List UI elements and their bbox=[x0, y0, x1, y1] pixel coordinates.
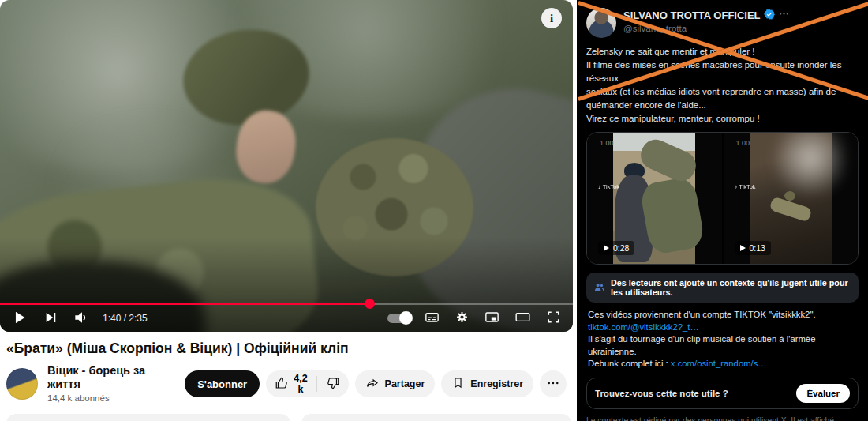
like-button[interactable]: 4,2 k bbox=[266, 370, 316, 397]
video-player[interactable]: i 1:40 / 2:35 bbox=[0, 0, 573, 332]
playback-speed-label: 1.00 bbox=[736, 139, 750, 147]
verified-badge-icon bbox=[764, 9, 775, 22]
subscribe-button[interactable]: S'abonner bbox=[185, 370, 260, 397]
settings-button[interactable] bbox=[453, 308, 471, 329]
note-disclaimer: Le contexte est rédigé par des personnes… bbox=[586, 415, 859, 421]
time-display: 1:40 / 2:35 bbox=[103, 313, 148, 324]
debunk-link[interactable]: x.com/osint_random/s… bbox=[671, 359, 767, 368]
youtube-panel: i 1:40 / 2:35 bbox=[0, 0, 573, 421]
subtitles-icon bbox=[422, 307, 442, 329]
fullscreen-icon bbox=[544, 307, 563, 329]
thumb-down-icon bbox=[326, 376, 340, 393]
tweet-media-card: 1.00 ♪ TikTok 0:28 1.00 ♪ TikTok 0:13 bbox=[586, 132, 859, 265]
play-icon bbox=[9, 307, 30, 330]
like-dislike-bar: 4,2 k bbox=[266, 370, 348, 397]
community-note-body: Ces vidéos proviennent d'un compte TIKTO… bbox=[586, 303, 859, 375]
channel-row: Віцик - борець за життя 14,4 k abonnés S… bbox=[6, 364, 567, 404]
like-count: 4,2 k bbox=[294, 373, 308, 395]
video-title: «Брати» (Міша Скорпіон & Віцик) | Офіцій… bbox=[6, 340, 573, 357]
play-icon bbox=[604, 245, 609, 251]
theater-icon bbox=[513, 307, 533, 329]
note-rate-row: Trouvez-vous cette note utile ? Évaluer bbox=[586, 378, 859, 409]
thumb-up-icon bbox=[275, 376, 289, 393]
tiktok-watermark: ♪ TikTok bbox=[598, 183, 619, 190]
more-dots-icon bbox=[778, 9, 790, 22]
miniplayer-button[interactable] bbox=[482, 307, 502, 329]
tweet-author[interactable]: SILVANO TROTTA OFFICIEL bbox=[623, 9, 761, 21]
tweet-text: Zelensky ne sait que mentir et manipuler… bbox=[586, 45, 859, 126]
volume-icon bbox=[71, 308, 90, 329]
playback-speed-label: 1.00 bbox=[600, 139, 614, 147]
subtitles-button[interactable] bbox=[422, 307, 442, 329]
tweet-header: SILVANO TROTTA OFFICIEL @silvano_trotta bbox=[586, 8, 859, 38]
tweet-more-button[interactable] bbox=[778, 8, 790, 22]
community-note-header: Des lecteurs ont ajouté un contexte qu'i… bbox=[586, 273, 859, 303]
miniplayer-icon bbox=[482, 307, 502, 329]
volume-button[interactable] bbox=[71, 308, 90, 329]
save-button[interactable]: Enregistrer bbox=[441, 370, 533, 397]
screenshot-root: i 1:40 / 2:35 bbox=[0, 0, 868, 421]
video-actions: 4,2 k Partager Enregistrer bbox=[266, 370, 567, 397]
play-button[interactable] bbox=[9, 307, 30, 330]
play-icon bbox=[740, 245, 746, 251]
next-button[interactable] bbox=[41, 308, 60, 329]
video-duration-badge: 0:28 bbox=[598, 241, 634, 255]
channel-avatar[interactable] bbox=[6, 368, 38, 400]
note-rate-question: Trouvez-vous cette note utile ? bbox=[595, 389, 728, 398]
video-thumbnail-1[interactable]: 1.00 ♪ TikTok 0:28 bbox=[587, 133, 722, 264]
more-dots-icon bbox=[546, 376, 560, 393]
video-duration-badge: 0:13 bbox=[735, 241, 771, 255]
rate-note-button[interactable]: Évaluer bbox=[796, 384, 850, 403]
info-icon[interactable]: i bbox=[541, 8, 562, 28]
tweet-panel: SILVANO TROTTA OFFICIEL @silvano_trotta … bbox=[577, 0, 868, 421]
share-arrow-icon bbox=[365, 376, 380, 393]
readers-icon bbox=[593, 281, 605, 295]
channel-name[interactable]: Віцик - борець за життя bbox=[47, 364, 169, 392]
description-box[interactable]: 44 k vues il y a 8 jours #віцик #війна #… bbox=[6, 414, 290, 421]
bookmark-icon bbox=[451, 376, 465, 392]
video-thumbnail-2[interactable]: 1.00 ♪ TikTok 0:13 bbox=[722, 133, 859, 264]
chat-replay-box: Replay du chat en direct Découvrez les c… bbox=[301, 414, 571, 421]
autoplay-toggle[interactable] bbox=[387, 314, 411, 323]
dislike-button[interactable] bbox=[317, 370, 349, 397]
share-button[interactable]: Partager bbox=[355, 370, 436, 397]
fullscreen-button[interactable] bbox=[544, 307, 563, 329]
gear-icon bbox=[453, 308, 471, 329]
subscriber-count: 14,4 k abonnés bbox=[47, 393, 169, 404]
more-actions-button[interactable] bbox=[540, 370, 567, 397]
player-controls: 1:40 / 2:35 bbox=[0, 305, 573, 332]
autoplay-toggle-icon bbox=[387, 314, 411, 323]
theater-button[interactable] bbox=[513, 307, 533, 329]
tiktok-link[interactable]: tiktok.com/@vitsikkkk2?_t… bbox=[588, 322, 699, 332]
tiktok-watermark: ♪ TikTok bbox=[735, 183, 756, 190]
next-icon bbox=[41, 308, 60, 329]
